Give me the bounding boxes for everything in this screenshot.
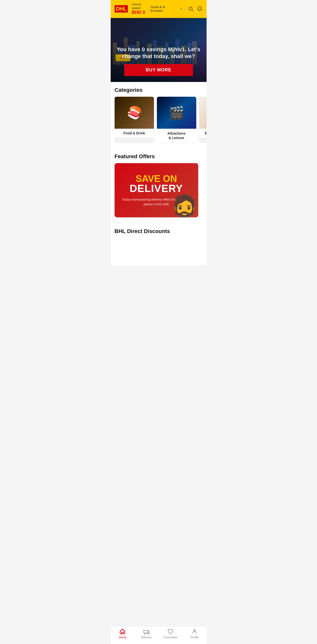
category-beauty[interactable]: Beauty & Fitness <box>199 97 207 142</box>
category-food[interactable]: Food & Drink <box>115 97 154 142</box>
header-divider <box>185 6 185 12</box>
category-attractions-image <box>157 97 196 129</box>
bell-icon <box>197 6 202 12</box>
featured-save-on: SAVE ON <box>119 174 193 183</box>
featured-card-delivery[interactable]: SAVE ON DELIVERY Enjoy moneysaving deliv… <box>115 163 198 217</box>
bhd-direct-section: BHL Direct Discounts <box>111 221 207 245</box>
location-text: Dubai & N. Emirates <box>151 5 180 12</box>
category-attractions-label: Attractions& Leisure <box>157 129 196 142</box>
hero-overlay: You have 0 savings Mjhlv1. Let's change … <box>111 41 207 82</box>
featured-headline: SAVE ON DELIVERY <box>119 174 193 194</box>
header-left: DHL You've saved BHD 0 <box>115 2 151 15</box>
featured-offers-section: Featured Offers SAVE ON DELIVERY Enjoy m… <box>111 146 207 221</box>
savings-info: You've saved BHD 0 <box>132 2 151 15</box>
buy-more-button[interactable]: BUY MORE <box>124 64 193 76</box>
featured-delivery: DELIVERY <box>119 183 193 194</box>
chevron-down-icon: ▾ <box>181 8 182 10</box>
svg-line-1 <box>192 10 193 11</box>
category-attractions[interactable]: Attractions& Leisure <box>157 97 196 142</box>
bhd-direct-title: BHL Direct Discounts <box>111 223 207 236</box>
featured-offers-list: SAVE ON DELIVERY Enjoy moneysaving deliv… <box>111 163 207 221</box>
hero-title: You have 0 savings Mjhlv1. Let's change … <box>116 46 202 60</box>
featured-offers-title: Featured Offers <box>111 148 207 163</box>
featured-person-icon: 🧔 <box>171 195 198 217</box>
category-food-image <box>115 97 154 129</box>
category-beauty-label: Beauty & Fitness <box>199 129 207 138</box>
categories-list: Food & Drink Attractions& Leisure Beauty… <box>111 97 207 146</box>
dhl-logo: DHL <box>115 5 128 12</box>
scroll-peek <box>201 163 206 217</box>
category-food-label: Food & Drink <box>115 129 154 138</box>
svg-point-0 <box>189 7 192 10</box>
search-icon <box>188 6 194 12</box>
header-right: Dubai & N. Emirates ▾ <box>151 5 203 12</box>
main-content: Categories Food & Drink Attractions& Lei… <box>111 82 207 265</box>
hero-banner: DHL You have 0 savings Mjhlv1. Let's cha… <box>111 18 207 82</box>
dhl-logo-text: DHL <box>115 5 128 12</box>
category-beauty-image <box>199 97 207 129</box>
savings-label: You've saved <box>132 2 151 10</box>
app-header: DHL You've saved BHD 0 Dubai & N. Emirat… <box>111 0 207 18</box>
notification-button[interactable] <box>197 6 203 12</box>
location-selector[interactable]: Dubai & N. Emirates ▾ <box>151 5 182 12</box>
search-button[interactable] <box>188 6 194 12</box>
categories-title: Categories <box>111 82 207 97</box>
savings-amount: BHD 0 <box>132 10 151 15</box>
